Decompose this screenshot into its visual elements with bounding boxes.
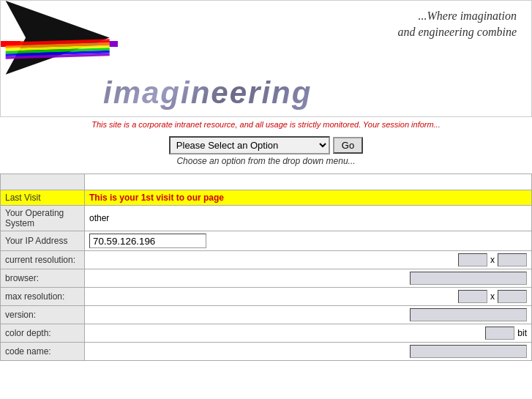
version-value — [85, 306, 532, 324]
arrow-logo — [1, 1, 118, 81]
last-visit-value: This is your 1st visit to our page — [85, 190, 532, 206]
logo-text: iMaGiNEERiNG — [103, 75, 312, 110]
os-label: Your Operating System — [1, 206, 85, 231]
table-row: current resolution: x — [1, 251, 532, 269]
table-row — [1, 174, 532, 190]
option-dropdown[interactable]: Please Select an Option — [169, 136, 330, 154]
table-row: color depth: bit — [1, 324, 532, 343]
current-res-width[interactable] — [458, 253, 487, 266]
max-res-width[interactable] — [458, 290, 487, 303]
code-name-value — [85, 343, 532, 361]
table-row: browser: — [1, 269, 532, 288]
max-res-height[interactable] — [498, 290, 527, 303]
color-depth-label: color depth: — [1, 324, 85, 343]
os-value: other — [85, 206, 532, 231]
current-res-label: current resolution: — [1, 251, 85, 269]
blank-value — [85, 174, 532, 190]
current-res-height[interactable] — [498, 253, 527, 266]
table-row: version: — [1, 306, 532, 324]
svg-marker-0 — [6, 1, 110, 75]
last-visit-label: Last Visit — [1, 190, 85, 206]
browser-value — [85, 269, 532, 288]
max-res-label: max resolution: — [1, 288, 85, 306]
browser-input[interactable] — [410, 272, 527, 285]
info-table: Last Visit This is your 1st visit to our… — [0, 174, 532, 361]
color-depth-value: bit — [85, 324, 532, 343]
table-row: max resolution: x — [1, 288, 532, 306]
table-row: code name: — [1, 343, 532, 361]
code-name-label: code name: — [1, 343, 85, 361]
tagline: ...Where imagination and engineering com… — [397, 8, 517, 41]
browser-label: browser: — [1, 269, 85, 288]
ip-input[interactable] — [89, 234, 206, 248]
table-row: Your Operating System other — [1, 206, 532, 231]
table-row: Your IP Address — [1, 231, 532, 251]
color-depth-input[interactable] — [485, 327, 514, 340]
code-name-input[interactable] — [410, 345, 527, 358]
ip-label: Your IP Address — [1, 231, 85, 251]
go-button[interactable]: Go — [333, 137, 363, 154]
max-res-value: x — [85, 288, 532, 306]
controls-bar: Please Select an Option Go Choose an opt… — [0, 132, 532, 171]
notice-bar: This site is a corporate intranet resour… — [0, 117, 532, 132]
current-res-value: x — [85, 251, 532, 269]
version-label: version: — [1, 306, 85, 324]
ip-value — [85, 231, 532, 251]
blank-label — [1, 174, 85, 190]
page-header: ...Where imagination and engineering com… — [0, 0, 532, 117]
table-row: Last Visit This is your 1st visit to our… — [1, 190, 532, 206]
dropdown-hint: Choose an option from the drop down menu… — [4, 156, 528, 166]
version-input[interactable] — [410, 308, 527, 321]
